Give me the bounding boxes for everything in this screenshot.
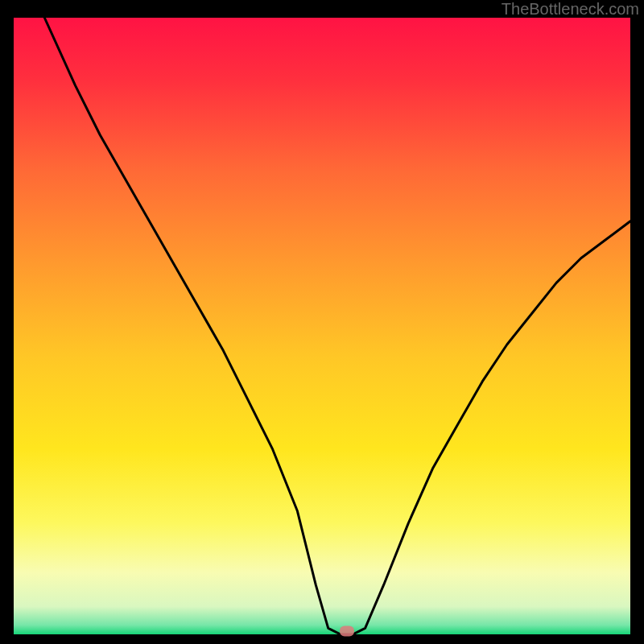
chart-svg [14, 18, 630, 634]
watermark-text: TheBottleneck.com [502, 0, 639, 19]
chart-frame: TheBottleneck.com [0, 0, 644, 644]
gradient-background [14, 18, 630, 634]
plot-area [14, 18, 630, 634]
optimum-marker [340, 626, 354, 637]
